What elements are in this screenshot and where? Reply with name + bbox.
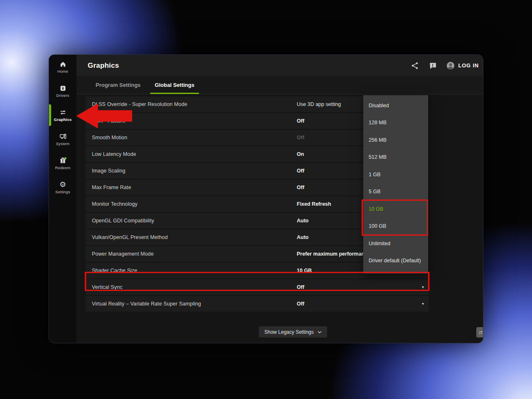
setting-label: Virtual Reality – Variable Rate Super Sa… <box>92 301 201 307</box>
setting-value: Off <box>297 185 304 190</box>
dropdown-option-unlimited[interactable]: Unlimited <box>363 235 428 252</box>
setting-label: Max Frame Rate <box>92 185 131 190</box>
setting-label: Vertical Sync <box>92 284 123 290</box>
dropdown-option-100-gb[interactable]: 100 GB <box>363 218 428 235</box>
setting-label: Vulkan/OpenGL Present Method <box>92 234 168 240</box>
tab-bar: Program SettingsGlobal Settings <box>76 76 483 94</box>
show-legacy-settings-button[interactable]: Show Legacy Settings <box>259 326 327 337</box>
settings-icon: ⚙ <box>59 181 66 188</box>
titlebar: Graphics <box>76 55 483 76</box>
sidebar-active-indicator <box>49 104 51 126</box>
setting-label: Monitor Technology <box>92 201 138 207</box>
dropdown-option-10-gb[interactable]: 10 GB <box>363 200 428 218</box>
setting-value: On <box>297 151 304 157</box>
page-title: Graphics <box>88 62 119 70</box>
setting-value: Off <box>297 284 304 290</box>
setting-value: Prefer maximum performance <box>297 251 370 257</box>
setting-label: Image Scaling <box>92 168 126 174</box>
sidebar-item-drivers[interactable]: Drivers <box>49 85 76 97</box>
sidebar-item-graphics[interactable]: Graphics <box>49 109 76 121</box>
setting-label: Low Latency Mode <box>92 151 136 157</box>
setting-value: Auto <box>297 218 308 224</box>
dropdown-option-driver-default-default[interactable]: Driver default (Default) <box>363 252 428 270</box>
setting-value: Off <box>297 118 304 124</box>
header-actions: LOG IN <box>410 61 479 70</box>
dropdown-option-disabled[interactable]: Disabled <box>363 97 428 114</box>
sidebar-item-settings[interactable]: ⚙ Settings <box>49 181 76 194</box>
setting-row-virtual-reality-variable-rate-super-sampling[interactable]: Virtual Reality – Variable Rate Super Sa… <box>86 296 429 313</box>
setting-value: Off <box>297 135 304 140</box>
setting-value: Use 3D app setting <box>297 101 341 107</box>
setting-label: OpenGL GDI Compatibility <box>92 218 154 224</box>
share-icon[interactable] <box>410 61 419 70</box>
home-icon <box>59 61 66 68</box>
watermark-text: mi <box>479 329 483 335</box>
setting-label: Shader Cache Size <box>92 268 137 273</box>
dropdown-option-512-mb[interactable]: 512 MB <box>363 149 428 166</box>
avatar-icon <box>446 61 455 70</box>
login-button[interactable]: LOG IN <box>446 61 479 70</box>
sidebar-item-home[interactable]: Home <box>49 61 76 73</box>
setting-row-vertical-sync[interactable]: Vertical Sync Off ▾ <box>86 279 429 296</box>
tab-program-settings[interactable]: Program Settings <box>89 76 148 94</box>
tab-global-settings[interactable]: Global Settings <box>148 76 201 94</box>
setting-value: 10 GB <box>297 268 312 273</box>
setting-value: Fixed Refresh <box>297 201 331 207</box>
dropdown-option-1-gb[interactable]: 1 GB <box>363 166 428 183</box>
watermark-badge: mi <box>476 327 483 337</box>
shader-cache-size-dropdown: Disabled128 MB256 MB512 MB1 GB5 GB10 GB1… <box>363 95 428 273</box>
sidebar-nav: Home Drivers Graphics System Redeem ⚙ Se… <box>49 55 76 343</box>
redeem-icon <box>59 157 66 164</box>
setting-label: Power Management Mode <box>92 251 154 257</box>
feedback-icon[interactable] <box>428 61 437 70</box>
nvidia-app-window: Home Drivers Graphics System Redeem ⚙ Se… <box>49 54 483 343</box>
setting-label: DLSS Override - Super Resolution Mode <box>92 101 187 107</box>
show-legacy-settings-label: Show Legacy Settings <box>264 329 314 335</box>
graphics-icon <box>59 109 66 116</box>
setting-label: Smooth Motion <box>92 135 127 140</box>
system-icon <box>59 133 66 140</box>
setting-value: Auto <box>297 234 308 240</box>
setting-value: Off <box>297 301 304 307</box>
setting-value: Off <box>297 168 304 174</box>
login-label: LOG IN <box>458 62 479 69</box>
sidebar-item-system[interactable]: System <box>49 133 76 145</box>
chevron-down-icon[interactable]: ▾ <box>422 285 424 289</box>
dropdown-option-5-gb[interactable]: 5 GB <box>363 183 428 201</box>
sidebar-item-redeem[interactable]: Redeem <box>49 157 76 170</box>
dropdown-option-128-mb[interactable]: 128 MB <box>363 114 428 132</box>
dropdown-option-256-mb[interactable]: 256 MB <box>363 131 428 149</box>
chevron-down-icon[interactable]: ▾ <box>422 301 424 306</box>
setting-label: DSR - Factors <box>92 118 125 124</box>
chevron-down-icon <box>318 331 322 333</box>
drivers-icon <box>59 85 66 92</box>
